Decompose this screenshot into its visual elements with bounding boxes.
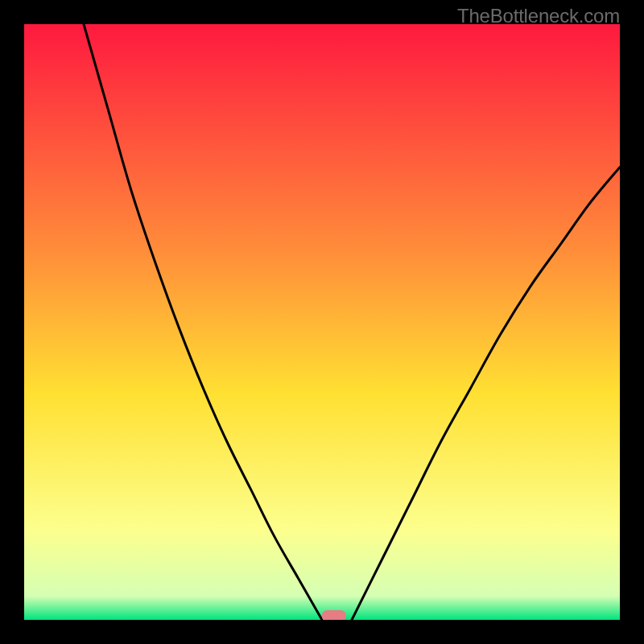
- plot-area: [24, 24, 620, 620]
- chart-svg: [24, 24, 620, 620]
- bottom-marker: [322, 610, 346, 620]
- chart-background: [24, 24, 620, 620]
- chart-frame: TheBottleneck.com: [0, 0, 644, 644]
